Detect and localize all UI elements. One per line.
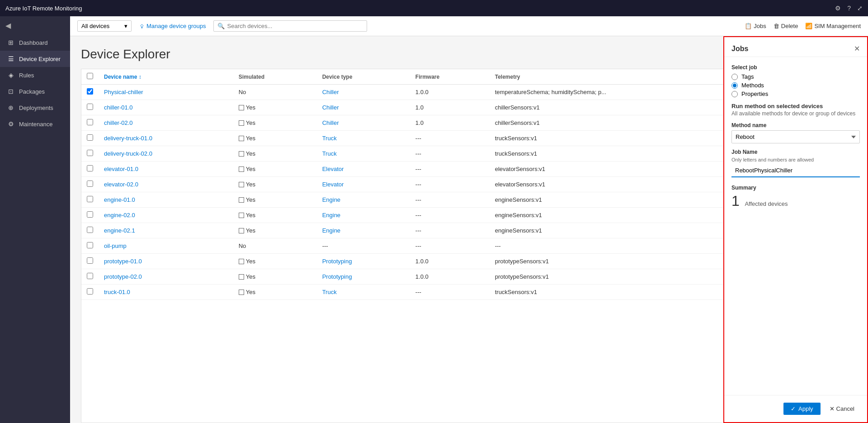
firmware-cell: 1.0.0 [410,85,490,100]
sim-label: SIM Management [814,23,861,29]
firmware-cell: --- [410,177,490,192]
device-name-link[interactable]: delivery-truck-01.0 [104,135,152,142]
job-option-properties[interactable]: Properties [731,90,860,97]
device-type-cell: Prototyping [317,269,410,285]
apply-icon: ✓ [791,405,796,412]
methods-radio[interactable] [731,82,738,89]
cancel-button[interactable]: ✕ Cancel [824,403,860,415]
row-checkbox[interactable] [87,165,93,171]
row-checkbox[interactable] [87,134,93,141]
sidebar-toggle[interactable]: ◀ [0,16,70,34]
simulated-cell: Yes [233,146,317,162]
device-explorer-icon: ☰ [7,55,14,62]
device-type-link[interactable]: Elevator [322,181,344,188]
delete-label: Delete [781,23,798,29]
device-type-link[interactable]: Engine [322,212,340,219]
apply-button[interactable]: ✓ Apply [783,403,821,415]
settings-icon[interactable]: ⚙ [835,5,841,12]
manage-device-groups-button[interactable]: ⧬ Manage device groups [139,23,206,29]
device-name-link[interactable]: chiller-02.0 [104,119,133,126]
device-name-link[interactable]: engine-02.1 [104,227,135,234]
device-type-link[interactable]: Elevator [322,166,344,172]
jobs-label: Jobs [754,23,766,29]
job-name-input[interactable] [731,164,860,177]
methods-label: Methods [741,82,764,89]
device-type-link[interactable]: Chiller [322,89,339,95]
device-name-link[interactable]: prototype-02.0 [104,273,142,280]
device-name-link[interactable]: elevator-01.0 [104,166,138,172]
row-checkbox[interactable] [87,181,93,187]
device-name-link[interactable]: truck-01.0 [104,289,130,295]
row-checkbox[interactable] [87,211,93,218]
maintenance-icon: ⚙ [7,120,14,128]
search-box[interactable]: 🔍 [213,20,367,32]
device-type-cell: Chiller [317,85,410,100]
device-type-cell: Truck [317,285,410,300]
select-job-label: Select job [731,64,860,71]
device-type-link[interactable]: Prototyping [322,273,352,280]
row-checkbox[interactable] [87,227,93,233]
sidebar-item-device-explorer[interactable]: ☰ Device Explorer [0,51,70,67]
simulated-cell: Yes [233,285,317,300]
apply-label: Apply [798,405,813,412]
row-checkbox[interactable] [87,273,93,279]
sidebar-item-maintenance[interactable]: ⚙ Maintenance [0,116,70,132]
jobs-panel: Jobs ✕ Select job Tags Me [723,36,868,423]
properties-radio[interactable] [731,91,738,97]
row-checkbox[interactable] [87,196,93,202]
sidebar-item-deployments[interactable]: ⊕ Deployments [0,100,70,116]
row-checkbox[interactable] [87,88,93,95]
tags-radio[interactable] [731,74,738,80]
select-all-checkbox[interactable] [87,73,93,79]
sim-management-button[interactable]: 📶 SIM Management [805,23,861,29]
device-name-link[interactable]: oil-pump [104,242,127,249]
simulated-cell: Yes [233,162,317,177]
delete-button[interactable]: 🗑 Delete [774,23,798,29]
method-name-select[interactable]: RebootFirmwareUpdateInitiateFirmwareUpda… [731,130,860,143]
cancel-icon: ✕ [830,405,835,412]
sidebar-item-dashboard[interactable]: ⊞ Dashboard [0,34,70,51]
affected-count: 1 [731,193,740,209]
search-input[interactable] [227,23,363,29]
device-name-link[interactable]: engine-01.0 [104,196,135,203]
device-name-link[interactable]: delivery-truck-02.0 [104,150,152,157]
jobs-button[interactable]: 📋 Jobs [745,23,766,29]
row-checkbox[interactable] [87,119,93,125]
device-name-link[interactable]: engine-02.0 [104,212,135,219]
device-type-link[interactable]: Truck [322,289,337,295]
simulated-cell: Yes [233,115,317,131]
row-checkbox[interactable] [87,242,93,248]
device-type-link[interactable]: Chiller [322,119,339,126]
job-option-tags[interactable]: Tags [731,73,860,80]
device-name-link[interactable]: chiller-01.0 [104,104,133,111]
device-type-link[interactable]: Prototyping [322,258,352,265]
device-type-cell: --- [317,238,410,254]
device-name-link[interactable]: prototype-01.0 [104,258,142,265]
row-checkbox[interactable] [87,104,93,110]
row-checkbox[interactable] [87,288,93,295]
device-name-link[interactable]: elevator-02.0 [104,181,138,188]
cancel-label: Cancel [836,405,854,412]
device-type-link[interactable]: Engine [322,196,340,203]
top-bar: Azure IoT Remote Monitoring ⚙ ? ⤢ [0,0,868,16]
jobs-close-button[interactable]: ✕ [854,44,860,53]
device-type-cell: Engine [317,208,410,223]
sidebar-item-packages[interactable]: ⊡ Packages [0,83,70,100]
job-option-methods[interactable]: Methods [731,82,860,89]
maximize-icon[interactable]: ⤢ [857,5,863,12]
simulated-cell: No [233,238,317,254]
firmware-cell: --- [410,146,490,162]
row-checkbox[interactable] [87,150,93,156]
row-checkbox[interactable] [87,257,93,264]
device-filter-dropdown[interactable]: All devices ▾ [77,20,132,32]
simulated-cell: Yes [233,223,317,238]
device-name-link[interactable]: Physical-chiller [104,89,143,95]
sidebar-item-label: Rules [19,72,34,79]
sidebar-item-rules[interactable]: ◈ Rules [0,67,70,83]
device-type-link[interactable]: Chiller [322,104,339,111]
device-type-link[interactable]: Truck [322,150,337,157]
col-device-name[interactable]: Device name ↕ [99,69,233,85]
help-icon[interactable]: ? [847,5,851,12]
device-type-link[interactable]: Truck [322,135,337,142]
device-type-link[interactable]: Engine [322,227,340,234]
